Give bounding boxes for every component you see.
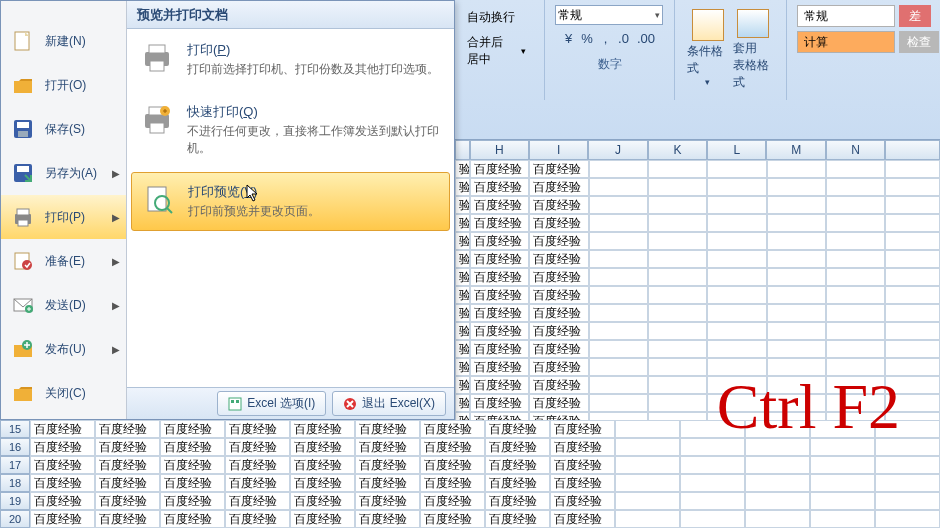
cell[interactable]: 百度经验	[529, 322, 588, 340]
cell[interactable]: 百度经验	[355, 510, 420, 528]
cell[interactable]: 验	[455, 394, 470, 412]
cell[interactable]	[707, 196, 766, 214]
cell[interactable]: 百度经验	[420, 420, 485, 438]
cell[interactable]: 百度经验	[355, 420, 420, 438]
cell[interactable]	[648, 286, 707, 304]
cell[interactable]	[767, 304, 826, 322]
cell[interactable]	[810, 492, 875, 510]
cell[interactable]: 百度经验	[160, 492, 225, 510]
cell[interactable]: 百度经验	[550, 510, 615, 528]
cell[interactable]: 百度经验	[160, 510, 225, 528]
cell[interactable]: 百度经验	[470, 322, 529, 340]
cell[interactable]: 百度经验	[30, 510, 95, 528]
cell[interactable]: 百度经验	[420, 474, 485, 492]
cell[interactable]	[589, 394, 648, 412]
row-header[interactable]: 15	[0, 420, 30, 438]
cell[interactable]	[589, 214, 648, 232]
menu-item-2[interactable]: 保存(S)	[1, 107, 126, 151]
cell[interactable]	[680, 456, 745, 474]
cell[interactable]	[826, 340, 885, 358]
cell[interactable]	[589, 322, 648, 340]
row-header[interactable]: 19	[0, 492, 30, 510]
cell[interactable]	[885, 178, 940, 196]
cell[interactable]: 百度经验	[529, 394, 588, 412]
cell[interactable]: 百度经验	[529, 340, 588, 358]
col-header[interactable]: H	[470, 140, 529, 160]
cell[interactable]	[707, 322, 766, 340]
cell[interactable]	[767, 268, 826, 286]
cell[interactable]: 验	[455, 376, 470, 394]
cell[interactable]	[648, 232, 707, 250]
cell[interactable]	[648, 250, 707, 268]
style-normal[interactable]: 常规	[797, 5, 895, 27]
cell[interactable]	[589, 268, 648, 286]
cell[interactable]	[615, 474, 680, 492]
decrease-decimal-icon[interactable]: .00	[636, 27, 656, 49]
percent-icon[interactable]: %	[580, 27, 594, 49]
cell[interactable]	[885, 160, 940, 178]
auto-wrap-label[interactable]: 自动换行	[467, 9, 515, 26]
cell[interactable]	[826, 178, 885, 196]
cell[interactable]: 百度经验	[485, 438, 550, 456]
row-header[interactable]: 18	[0, 474, 30, 492]
cell[interactable]	[615, 510, 680, 528]
cell[interactable]: 百度经验	[529, 232, 588, 250]
col-header[interactable]: J	[588, 140, 647, 160]
cell[interactable]	[826, 250, 885, 268]
cell[interactable]: 百度经验	[529, 358, 588, 376]
cell[interactable]	[767, 178, 826, 196]
cell[interactable]	[767, 232, 826, 250]
cell[interactable]: 百度经验	[30, 492, 95, 510]
cell[interactable]	[707, 232, 766, 250]
cell[interactable]	[885, 286, 940, 304]
cell[interactable]	[615, 492, 680, 510]
menu-item-5[interactable]: 准备(E)▶	[1, 239, 126, 283]
cell[interactable]: 百度经验	[470, 286, 529, 304]
cell[interactable]: 百度经验	[355, 438, 420, 456]
col-header[interactable]: I	[529, 140, 588, 160]
cell[interactable]: 百度经验	[290, 420, 355, 438]
row-header[interactable]: 16	[0, 438, 30, 456]
print-option-1[interactable]: 快速打印(Q)不进行任何更改，直接将工作簿发送到默认打印机。	[127, 91, 454, 170]
cell[interactable]: 百度经验	[470, 376, 529, 394]
cell[interactable]: 百度经验	[420, 456, 485, 474]
cell[interactable]	[589, 250, 648, 268]
cell[interactable]	[707, 340, 766, 358]
cell[interactable]	[810, 510, 875, 528]
cell[interactable]: 百度经验	[160, 456, 225, 474]
cell[interactable]: 百度经验	[30, 420, 95, 438]
row-header[interactable]: 20	[0, 510, 30, 528]
cell[interactable]: 百度经验	[95, 474, 160, 492]
cell[interactable]	[826, 214, 885, 232]
currency-icon[interactable]: ¥	[563, 27, 574, 49]
cell[interactable]: 验	[455, 322, 470, 340]
cell[interactable]	[875, 456, 940, 474]
cell[interactable]: 百度经验	[529, 178, 588, 196]
menu-item-3[interactable]: 另存为(A)▶	[1, 151, 126, 195]
cell[interactable]: 百度经验	[550, 420, 615, 438]
cell[interactable]	[767, 196, 826, 214]
cell[interactable]: 百度经验	[225, 420, 290, 438]
cell[interactable]: 验	[455, 340, 470, 358]
cell[interactable]: 百度经验	[550, 456, 615, 474]
cell[interactable]: 百度经验	[160, 438, 225, 456]
cell[interactable]	[589, 340, 648, 358]
table-format-button[interactable]: 套用 表格格式	[731, 5, 777, 95]
cell[interactable]: 百度经验	[95, 510, 160, 528]
cell[interactable]: 百度经验	[225, 492, 290, 510]
cell[interactable]: 百度经验	[30, 438, 95, 456]
cell[interactable]	[767, 214, 826, 232]
cell[interactable]: 百度经验	[529, 160, 588, 178]
cell[interactable]: 百度经验	[470, 178, 529, 196]
cell[interactable]: 验	[455, 232, 470, 250]
cell[interactable]	[589, 232, 648, 250]
cell[interactable]: 百度经验	[470, 268, 529, 286]
cell[interactable]: 百度经验	[160, 474, 225, 492]
cell[interactable]: 验	[455, 304, 470, 322]
cell[interactable]	[767, 286, 826, 304]
cell[interactable]	[648, 322, 707, 340]
menu-item-1[interactable]: 打开(O)	[1, 63, 126, 107]
cell[interactable]: 百度经验	[485, 474, 550, 492]
cell[interactable]	[648, 214, 707, 232]
menu-item-4[interactable]: 打印(P)▶	[1, 195, 126, 239]
